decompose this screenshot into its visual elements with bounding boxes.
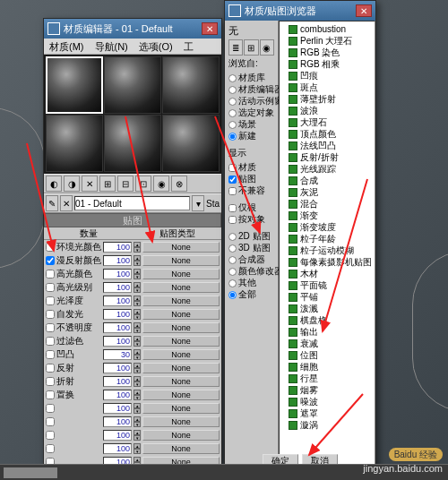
map-enable-checkbox[interactable] bbox=[46, 404, 55, 413]
browse-option[interactable]: 全部 bbox=[228, 288, 274, 300]
map-type-item[interactable]: Perlin 大理石 bbox=[281, 35, 373, 47]
map-type-item[interactable]: 细胞 bbox=[281, 361, 373, 373]
close-icon[interactable]: ✕ bbox=[202, 22, 218, 35]
titlebar[interactable]: 材质/贴图浏览器 ✕ bbox=[225, 1, 375, 21]
map-amount-spinner[interactable]: 100 bbox=[103, 269, 132, 279]
map-type-item[interactable]: 灰泥 bbox=[281, 186, 373, 198]
titlebar[interactable]: 材质编辑器 - 01 - Default ✕ bbox=[44, 19, 221, 39]
map-slot-button[interactable]: None bbox=[142, 336, 220, 347]
tool-icon[interactable]: ⊡ bbox=[135, 176, 151, 192]
browse-option[interactable]: 其他 bbox=[228, 277, 274, 288]
material-sample[interactable] bbox=[46, 56, 103, 114]
map-enable-checkbox[interactable] bbox=[46, 296, 55, 305]
spinner-arrows[interactable]: ▴▾ bbox=[134, 416, 141, 427]
option-input[interactable] bbox=[228, 268, 237, 276]
map-slot-button[interactable]: None bbox=[142, 416, 220, 427]
browse-option[interactable]: 选定对象 bbox=[228, 107, 274, 118]
map-amount-spinner[interactable]: 100 bbox=[103, 443, 132, 454]
map-type-item[interactable]: 泼溅 bbox=[281, 303, 373, 314]
map-enable-checkbox[interactable] bbox=[46, 350, 55, 359]
spinner-arrows[interactable]: ▴▾ bbox=[134, 336, 141, 347]
map-type-item[interactable]: 波浪 bbox=[281, 105, 373, 116]
option-input[interactable] bbox=[228, 187, 237, 195]
browse-option[interactable]: 按对象 bbox=[228, 213, 274, 225]
map-amount-spinner[interactable]: 100 bbox=[103, 296, 132, 306]
view-icon[interactable]: ⊞ bbox=[244, 39, 258, 56]
view-icon[interactable]: ◉ bbox=[260, 39, 274, 56]
map-type-item[interactable]: 法线凹凸 bbox=[281, 140, 373, 151]
browse-option[interactable]: 2D 贴图 bbox=[228, 230, 274, 242]
option-input[interactable] bbox=[228, 279, 237, 287]
browse-option[interactable]: 活动示例窗 bbox=[228, 95, 274, 107]
eyedropper-icon[interactable]: ✎ bbox=[46, 195, 58, 211]
spinner-arrows[interactable]: ▴▾ bbox=[134, 403, 141, 414]
map-enable-checkbox[interactable] bbox=[46, 310, 55, 319]
material-sample[interactable] bbox=[104, 56, 161, 114]
spinner-arrows[interactable]: ▴▾ bbox=[134, 443, 141, 454]
map-amount-spinner[interactable]: 30 bbox=[103, 349, 132, 360]
browse-option[interactable]: 贴图 bbox=[228, 173, 274, 184]
menu-navigate[interactable]: 导航(N) bbox=[90, 39, 134, 54]
spinner-arrows[interactable]: ▴▾ bbox=[134, 242, 141, 253]
map-enable-checkbox[interactable] bbox=[46, 417, 55, 426]
spinner-arrows[interactable]: ▴▾ bbox=[134, 296, 141, 306]
option-input[interactable] bbox=[228, 256, 237, 264]
map-slot-button[interactable]: None bbox=[142, 322, 220, 333]
map-enable-checkbox[interactable] bbox=[46, 444, 55, 453]
map-type-item[interactable]: 每像素摄影机贴图 bbox=[281, 256, 373, 268]
map-amount-spinner[interactable]: 100 bbox=[103, 416, 132, 427]
time-slider[interactable] bbox=[4, 467, 57, 478]
map-type-item[interactable]: 反射/折射 bbox=[281, 151, 373, 163]
map-slot-button[interactable]: None bbox=[142, 443, 220, 454]
map-type-item[interactable]: 凹痕 bbox=[281, 70, 373, 81]
map-slot-button[interactable]: None bbox=[142, 282, 220, 293]
map-amount-spinner[interactable]: 100 bbox=[103, 403, 132, 414]
browse-option[interactable]: 材质 bbox=[228, 161, 274, 173]
map-type-item[interactable]: RGB 相乘 bbox=[281, 58, 373, 70]
map-type-item[interactable]: 木材 bbox=[281, 268, 373, 279]
map-type-item[interactable]: 大理石 bbox=[281, 116, 373, 128]
map-enable-checkbox[interactable] bbox=[46, 364, 55, 373]
browse-option[interactable]: 颜色修改器 bbox=[228, 265, 274, 277]
map-slot-button[interactable]: None bbox=[142, 430, 220, 441]
close-icon[interactable]: ✕ bbox=[356, 4, 372, 17]
browse-option[interactable]: 新建 bbox=[228, 130, 274, 141]
spinner-arrows[interactable]: ▴▾ bbox=[134, 255, 141, 266]
spinner-arrows[interactable]: ▴▾ bbox=[134, 349, 141, 360]
map-slot-button[interactable]: None bbox=[142, 309, 220, 320]
map-type-item[interactable]: 烟雾 bbox=[281, 384, 373, 396]
tool-icon[interactable]: ✕ bbox=[82, 176, 98, 192]
map-type-item[interactable]: 渐变坡度 bbox=[281, 221, 373, 233]
map-enable-checkbox[interactable] bbox=[46, 323, 55, 332]
map-type-item[interactable]: 粒子年龄 bbox=[281, 233, 373, 244]
browse-option[interactable]: 仅根 bbox=[228, 201, 274, 213]
tool-icon[interactable]: ✕ bbox=[60, 195, 73, 211]
option-input[interactable] bbox=[228, 98, 237, 106]
option-input[interactable] bbox=[228, 133, 237, 141]
spinner-arrows[interactable]: ▴▾ bbox=[134, 309, 141, 320]
map-type-item[interactable]: combustion bbox=[281, 23, 373, 35]
map-type-item[interactable]: 位图 bbox=[281, 349, 373, 361]
map-enable-checkbox[interactable] bbox=[46, 256, 55, 265]
map-slot-button[interactable]: None bbox=[142, 363, 220, 373]
tool-icon[interactable]: ⊟ bbox=[117, 176, 134, 192]
option-input[interactable] bbox=[228, 164, 237, 172]
map-amount-spinner[interactable]: 100 bbox=[103, 376, 132, 387]
material-sample[interactable] bbox=[46, 115, 103, 172]
maps-rollout-header[interactable]: 贴图 bbox=[44, 213, 221, 227]
map-amount-spinner[interactable]: 100 bbox=[103, 363, 132, 373]
browse-option[interactable]: 3D 贴图 bbox=[228, 242, 274, 253]
map-amount-spinner[interactable]: 100 bbox=[103, 242, 132, 253]
map-type-item[interactable]: 渐变 bbox=[281, 210, 373, 221]
map-type-item[interactable]: 混合 bbox=[281, 198, 373, 210]
option-input[interactable] bbox=[228, 109, 237, 117]
map-slot-button[interactable]: None bbox=[142, 403, 220, 414]
map-amount-spinner[interactable]: 100 bbox=[103, 309, 132, 320]
tool-icon[interactable]: ◐ bbox=[46, 176, 62, 192]
map-type-item[interactable]: 平面镜 bbox=[281, 279, 373, 291]
option-input[interactable] bbox=[228, 291, 237, 299]
browse-option[interactable]: 合成器 bbox=[228, 253, 274, 265]
map-enable-checkbox[interactable] bbox=[46, 243, 55, 252]
map-type-item[interactable]: 斑点 bbox=[281, 81, 373, 93]
browse-option[interactable]: 场景 bbox=[228, 118, 274, 130]
